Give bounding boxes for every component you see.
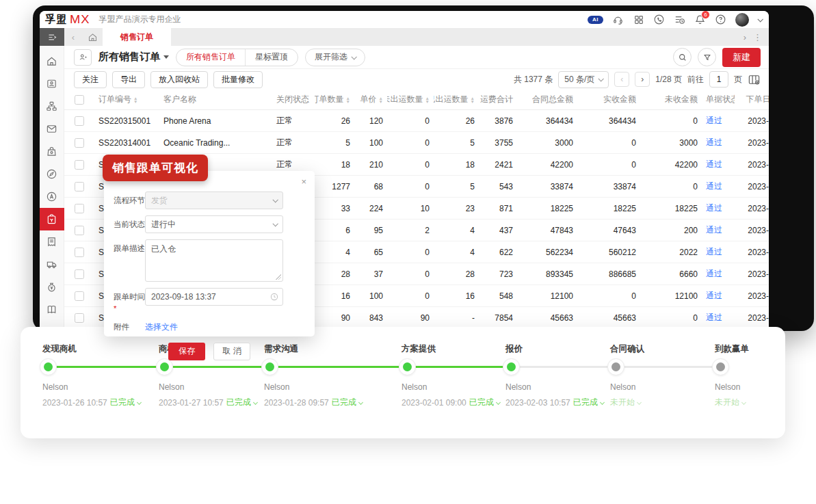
headset-icon[interactable] bbox=[612, 14, 624, 25]
row-checkbox[interactable] bbox=[75, 291, 84, 301]
stage-status[interactable]: 已完成 bbox=[226, 397, 251, 408]
column-header-order_no[interactable]: 订单编号▲▼ bbox=[94, 94, 159, 105]
stage-status[interactable]: 已完成 bbox=[469, 397, 494, 408]
sidebar-item-org-tree[interactable] bbox=[40, 95, 64, 118]
home-icon[interactable] bbox=[82, 28, 103, 46]
row-checkbox[interactable] bbox=[75, 248, 84, 257]
table-row[interactable]: SS220314001Oceanic Trading...正常510005375… bbox=[64, 132, 769, 154]
segment-starred[interactable]: 星标置顶 bbox=[246, 49, 298, 66]
cell-doc_status[interactable]: 通过 bbox=[706, 159, 722, 170]
sidebar-item-mail[interactable] bbox=[40, 118, 64, 140]
expand-filter-button[interactable]: 展开筛选 bbox=[305, 49, 365, 66]
sidebar-collapse-button[interactable] bbox=[40, 28, 64, 46]
cell-doc_status[interactable]: 通过 bbox=[706, 137, 722, 148]
view-title[interactable]: 所有销售订单 bbox=[98, 51, 169, 64]
sidebar-item-finance[interactable] bbox=[40, 276, 64, 298]
column-header-order_date[interactable]: 下单日期▲▼ bbox=[735, 94, 769, 105]
recycle-bin-button[interactable]: 放入回收站 bbox=[150, 71, 208, 88]
prev-page-button[interactable]: ‹ bbox=[614, 72, 629, 87]
sidebar-item-bag[interactable] bbox=[40, 140, 64, 163]
chevron-down-icon[interactable] bbox=[600, 400, 605, 405]
stage-status[interactable]: 已完成 bbox=[332, 397, 356, 408]
chevron-down-icon[interactable] bbox=[741, 400, 746, 405]
stage-status[interactable]: 未开始 bbox=[715, 397, 739, 408]
stage-status[interactable]: 已完成 bbox=[110, 397, 135, 408]
bell-icon[interactable]: 6 bbox=[694, 14, 706, 25]
chevron-down-icon[interactable] bbox=[757, 16, 763, 22]
apps-grid-icon[interactable] bbox=[633, 14, 644, 25]
follow-button[interactable]: 关注 bbox=[74, 71, 107, 88]
row-checkbox[interactable] bbox=[75, 138, 84, 148]
page-size-select[interactable]: 50 条/页 bbox=[558, 71, 609, 88]
cancel-button[interactable]: 取 消 bbox=[213, 343, 250, 360]
cell-doc_status[interactable]: 通过 bbox=[706, 202, 722, 214]
avatar[interactable] bbox=[735, 13, 749, 27]
sort-icon[interactable]: ▲▼ bbox=[379, 96, 383, 103]
close-icon[interactable]: × bbox=[301, 177, 306, 186]
row-checkbox[interactable] bbox=[75, 116, 84, 126]
select-all-checkbox[interactable] bbox=[75, 95, 84, 105]
cell-doc_status[interactable]: 通过 bbox=[706, 181, 722, 192]
tab-more-icon[interactable]: ⋮ bbox=[753, 32, 762, 42]
chevron-down-icon[interactable] bbox=[637, 400, 642, 405]
sidebar-item-circle-a[interactable] bbox=[40, 185, 64, 208]
cell-doc_status[interactable]: 通过 bbox=[706, 290, 722, 302]
sidebar-item-compass[interactable] bbox=[40, 163, 64, 185]
choose-file-link[interactable]: 选择文件 bbox=[145, 318, 178, 333]
follow-up-time-input[interactable] bbox=[145, 288, 283, 306]
cell-doc_status[interactable]: 通过 bbox=[706, 224, 722, 236]
tab-back-icon[interactable]: ‹ bbox=[64, 28, 82, 46]
sidebar-item-orders-active[interactable] bbox=[40, 208, 64, 230]
column-header-qty[interactable]: 订单数量▲▼ bbox=[315, 94, 354, 105]
batch-edit-button[interactable]: 批量修改 bbox=[213, 71, 263, 88]
sidebar-item-contacts[interactable] bbox=[40, 72, 64, 95]
goto-page-input[interactable] bbox=[709, 71, 728, 88]
cell-doc_status[interactable]: 通过 bbox=[706, 268, 722, 280]
row-checkbox[interactable] bbox=[75, 313, 84, 323]
row-checkbox[interactable] bbox=[75, 182, 84, 191]
search-button[interactable] bbox=[673, 48, 692, 66]
stage-status[interactable]: 已完成 bbox=[573, 397, 598, 408]
row-checkbox[interactable] bbox=[75, 226, 84, 235]
stage-select[interactable]: 发货 bbox=[145, 191, 283, 209]
chevron-down-icon[interactable] bbox=[137, 400, 142, 405]
cell-doc_status[interactable]: 通过 bbox=[706, 246, 722, 258]
status-select[interactable]: 进行中 bbox=[145, 215, 283, 233]
sidebar-item-home[interactable] bbox=[40, 50, 64, 72]
save-button[interactable]: 保存 bbox=[168, 343, 205, 360]
sort-icon[interactable]: ▲▼ bbox=[471, 96, 475, 103]
column-settings-icon[interactable] bbox=[748, 73, 761, 86]
column-header-shipped[interactable]: 已出运数量▲▼ bbox=[434, 94, 479, 105]
description-textarea[interactable]: 已入仓 bbox=[145, 239, 283, 282]
column-header-not_shipped[interactable]: 未出运数量▲▼ bbox=[387, 94, 434, 105]
row-checkbox[interactable] bbox=[75, 204, 84, 213]
help-icon[interactable] bbox=[715, 14, 726, 25]
export-button[interactable]: 导出 bbox=[112, 71, 145, 88]
sidebar-item-logistics[interactable] bbox=[40, 253, 64, 276]
row-checkbox[interactable] bbox=[75, 269, 84, 279]
column-header-price[interactable]: 单价▲▼ bbox=[354, 94, 387, 105]
stage-status[interactable]: 未开始 bbox=[610, 397, 635, 408]
table-row[interactable]: SS220315001Phone Arena正常2612002638763644… bbox=[64, 110, 769, 132]
sort-icon[interactable]: ▲▼ bbox=[133, 96, 137, 103]
sort-icon[interactable]: ▲▼ bbox=[425, 96, 430, 103]
new-order-button[interactable]: 新建 bbox=[722, 48, 761, 67]
chevron-down-icon[interactable] bbox=[496, 400, 501, 405]
chevron-down-icon[interactable] bbox=[358, 400, 363, 405]
row-checkbox[interactable] bbox=[75, 160, 84, 170]
tab-forward-icon[interactable]: › bbox=[743, 32, 746, 42]
chevron-down-icon[interactable] bbox=[253, 400, 258, 405]
segment-all-orders[interactable]: 所有销售订单 bbox=[176, 49, 246, 66]
phone-icon[interactable] bbox=[653, 14, 665, 25]
resize-grip-icon[interactable] bbox=[276, 274, 281, 280]
task-list-icon[interactable] bbox=[674, 14, 685, 25]
ai-assistant-button[interactable]: AI bbox=[588, 16, 603, 24]
cell-doc_status[interactable]: 通过 bbox=[706, 115, 722, 127]
next-page-button[interactable]: › bbox=[635, 72, 650, 87]
sidebar-item-receipt[interactable] bbox=[40, 230, 64, 253]
view-switcher-button[interactable] bbox=[74, 49, 92, 66]
tab-sales-orders[interactable]: 销售订单 bbox=[103, 28, 171, 46]
sort-icon[interactable]: ▲▼ bbox=[346, 96, 350, 103]
filter-button[interactable] bbox=[698, 48, 716, 66]
sidebar-item-ledger[interactable] bbox=[40, 298, 64, 321]
